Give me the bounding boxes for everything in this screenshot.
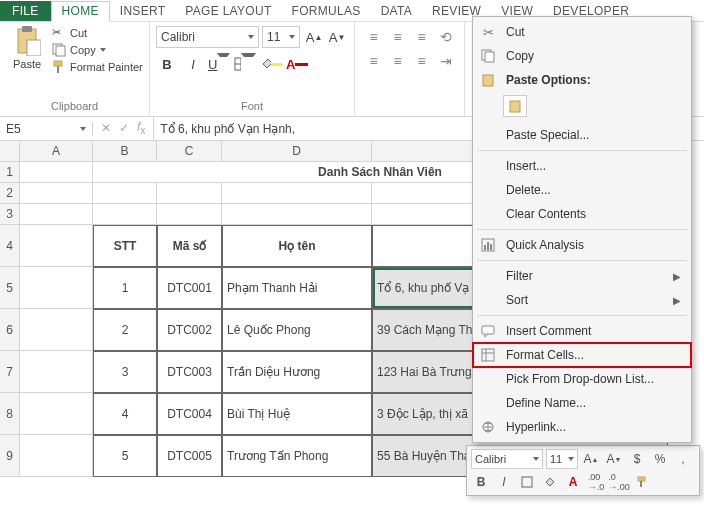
mini-font-color[interactable]: A [563,472,583,492]
name-box[interactable]: E5 [0,122,93,136]
paste-button[interactable]: Paste [6,26,48,74]
mini-format-painter[interactable] [632,472,652,492]
cell-b6[interactable]: 2 [93,309,157,351]
shrink-font-button[interactable]: A▼ [326,26,348,48]
tab-formulas[interactable]: FORMULAS [282,2,371,21]
tab-insert[interactable]: INSERT [110,2,176,21]
ctx-cut[interactable]: ✂Cut [473,20,691,44]
row-header-8[interactable]: 8 [0,393,20,435]
paste-label: Paste [13,58,41,70]
th-stt[interactable]: STT [93,225,157,267]
align-left-button[interactable]: ≡ [363,50,385,72]
ctx-hyperlink[interactable]: Hyperlink... [473,415,691,439]
ctx-paste-options [473,92,691,123]
ctx-sort[interactable]: Sort▶ [473,288,691,312]
cancel-icon[interactable]: ✕ [101,121,111,135]
mini-fill-color[interactable] [540,472,560,492]
mini-borders[interactable] [517,472,537,492]
mini-currency[interactable]: $ [627,449,647,469]
mini-inc-decimal[interactable]: .0→.00 [609,472,629,492]
mini-font-size[interactable]: 11 [546,449,578,469]
cell-c5[interactable]: DTC001 [157,267,222,309]
tab-file[interactable]: FILE [0,1,51,21]
cell-d6[interactable]: Lê Quốc Phong [222,309,372,351]
cell-b9[interactable]: 5 [93,435,157,477]
underline-button[interactable]: U [208,53,230,75]
mini-font-name[interactable]: Calibri [471,449,543,469]
orientation-button[interactable]: ⟲ [435,26,457,48]
mini-grow-font[interactable]: A▲ [581,449,601,469]
cell-c9[interactable]: DTC005 [157,435,222,477]
align-bottom-button[interactable]: ≡ [411,26,433,48]
col-header-b[interactable]: B [93,141,157,162]
ctx-quick-analysis[interactable]: Quick Analysis [473,233,691,257]
format-cells-icon [479,348,497,362]
cell-d8[interactable]: Bùi Thị Huệ [222,393,372,435]
ctx-filter[interactable]: Filter▶ [473,264,691,288]
font-name-select[interactable]: Calibri [156,26,259,48]
align-middle-button[interactable]: ≡ [387,26,409,48]
col-header-d[interactable]: D [222,141,372,162]
th-ma[interactable]: Mã số [157,225,222,267]
cell-d9[interactable]: Trương Tấn Phong [222,435,372,477]
select-all-corner[interactable] [0,141,20,162]
bold-button[interactable]: B [156,53,178,75]
align-right-button[interactable]: ≡ [411,50,433,72]
cell-c8[interactable]: DTC004 [157,393,222,435]
ctx-clear-contents[interactable]: Clear Contents [473,202,691,226]
cell-b8[interactable]: 4 [93,393,157,435]
ctx-format-cells[interactable]: Format Cells... [473,343,691,367]
cell-c6[interactable]: DTC002 [157,309,222,351]
format-painter-button[interactable]: Format Painter [52,60,143,74]
row-header-9[interactable]: 9 [0,435,20,477]
mini-bold[interactable]: B [471,472,491,492]
enter-icon[interactable]: ✓ [119,121,129,135]
mini-shrink-font[interactable]: A▼ [604,449,624,469]
cell-d5[interactable]: Phạm Thanh Hải [222,267,372,309]
col-header-c[interactable]: C [157,141,222,162]
cell-b7[interactable]: 3 [93,351,157,393]
font-size-select[interactable]: 11 [262,26,300,48]
row-header-7[interactable]: 7 [0,351,20,393]
align-center-button[interactable]: ≡ [387,50,409,72]
copy-icon [479,49,497,63]
svg-rect-5 [54,61,62,66]
ctx-insert[interactable]: Insert... [473,154,691,178]
row-header-6[interactable]: 6 [0,309,20,351]
ctx-define-name[interactable]: Define Name... [473,391,691,415]
row-header-2[interactable]: 2 [0,183,20,204]
cell-d7[interactable]: Trần Diệu Hương [222,351,372,393]
row-header-5[interactable]: 5 [0,267,20,309]
paste-icon [13,26,41,56]
mini-italic[interactable]: I [494,472,514,492]
cell-c7[interactable]: DTC003 [157,351,222,393]
ctx-paste-special[interactable]: Paste Special... [473,123,691,147]
row-header-4[interactable]: 4 [0,225,20,267]
tab-page-layout[interactable]: PAGE LAYOUT [175,2,281,21]
paste-option-1[interactable] [503,95,527,117]
ctx-copy[interactable]: Copy [473,44,691,68]
ctx-pick-list[interactable]: Pick From Drop-down List... [473,367,691,391]
tab-data[interactable]: DATA [371,2,422,21]
ctx-insert-comment[interactable]: Insert Comment [473,319,691,343]
col-header-a[interactable]: A [20,141,93,162]
borders-button[interactable] [234,53,256,75]
cut-button[interactable]: ✂Cut [52,26,143,40]
mini-dec-decimal[interactable]: .00→.0 [586,472,606,492]
ctx-delete[interactable]: Delete... [473,178,691,202]
fill-color-button[interactable] [260,53,282,75]
indent-button[interactable]: ⇥ [435,50,457,72]
tab-home[interactable]: HOME [51,1,110,22]
fx-icon[interactable]: fx [137,120,145,136]
row-header-3[interactable]: 3 [0,204,20,225]
grow-font-button[interactable]: A▲ [303,26,325,48]
cell-b5[interactable]: 1 [93,267,157,309]
copy-button[interactable]: Copy [52,43,143,57]
mini-percent[interactable]: % [650,449,670,469]
row-header-1[interactable]: 1 [0,162,20,183]
th-ten[interactable]: Họ tên [222,225,372,267]
italic-button[interactable]: I [182,53,204,75]
mini-comma[interactable]: , [673,449,693,469]
align-top-button[interactable]: ≡ [363,26,385,48]
font-color-button[interactable]: A [286,53,308,75]
